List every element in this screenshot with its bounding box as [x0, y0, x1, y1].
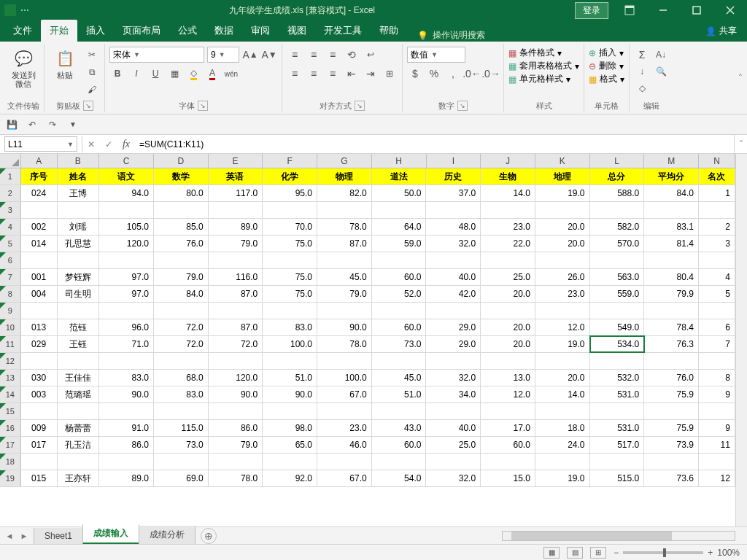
row-header[interactable]: 4: [0, 219, 21, 235]
bold-button[interactable]: B: [109, 66, 125, 82]
cell[interactable]: [535, 202, 590, 218]
italic-button[interactable]: I: [128, 66, 144, 82]
font-color-button[interactable]: A: [204, 66, 220, 82]
fill-color-button[interactable]: ◇: [185, 66, 201, 82]
cell[interactable]: [426, 202, 481, 218]
phonetic-button[interactable]: wén: [223, 66, 239, 82]
cell[interactable]: 12.0: [481, 386, 535, 402]
sheet-nav-next[interactable]: ►: [18, 529, 31, 542]
cell[interactable]: 20.0: [481, 319, 535, 335]
expand-formula-button[interactable]: ˅: [734, 135, 747, 154]
cell[interactable]: 平均分: [644, 168, 699, 184]
cell[interactable]: 7: [699, 336, 735, 352]
cell[interactable]: 40.0: [426, 420, 481, 436]
cell[interactable]: 91.0: [99, 420, 154, 436]
merge-button[interactable]: ⊞: [382, 66, 398, 82]
cell[interactable]: [99, 353, 154, 369]
cell[interactable]: 69.0: [154, 470, 209, 486]
cell[interactable]: 23.0: [535, 286, 590, 302]
cell[interactable]: 001: [21, 269, 58, 285]
row-header[interactable]: 6: [0, 252, 21, 268]
cell[interactable]: 3: [699, 236, 735, 252]
row-header[interactable]: 3: [0, 202, 21, 218]
tab-help[interactable]: 帮助: [371, 20, 407, 42]
cell[interactable]: [590, 353, 645, 369]
cell[interactable]: 17.0: [481, 420, 535, 436]
col-header[interactable]: I: [427, 154, 481, 168]
cell[interactable]: 531.0: [590, 386, 645, 402]
sheet-tab[interactable]: 成绩分析: [139, 526, 196, 545]
cell[interactable]: [154, 303, 209, 319]
cell[interactable]: 18.0: [535, 420, 590, 436]
row-header[interactable]: 8: [0, 286, 21, 302]
cell[interactable]: [154, 252, 209, 268]
cell[interactable]: 81.4: [644, 236, 699, 252]
tab-insert[interactable]: 插入: [77, 20, 114, 42]
cell[interactable]: 43.0: [372, 420, 427, 436]
cell[interactable]: 王亦轩: [58, 470, 100, 486]
tab-data[interactable]: 数据: [206, 20, 242, 42]
cell[interactable]: [317, 454, 372, 470]
cell[interactable]: [21, 202, 58, 218]
cell[interactable]: 89.0: [99, 470, 154, 486]
paste-button[interactable]: 📋粘贴: [49, 47, 81, 81]
cell[interactable]: [426, 454, 481, 470]
fx-button[interactable]: fx: [117, 136, 135, 152]
cell[interactable]: [209, 202, 263, 218]
cell[interactable]: [699, 353, 735, 369]
cell[interactable]: 100.0: [263, 336, 317, 352]
cell[interactable]: 75.9: [644, 420, 699, 436]
cell[interactable]: 11: [699, 437, 735, 453]
cell[interactable]: 78.0: [209, 470, 263, 486]
cell[interactable]: 76.3: [644, 336, 699, 352]
cell[interactable]: [317, 252, 372, 268]
cell[interactable]: [99, 403, 154, 419]
cell[interactable]: [535, 454, 590, 470]
cell[interactable]: [317, 303, 372, 319]
cell[interactable]: 117.0: [209, 185, 263, 201]
cell[interactable]: 60.0: [372, 437, 427, 453]
format-cells-button[interactable]: ▦格式▾: [589, 73, 624, 85]
cell[interactable]: 13.0: [481, 370, 535, 386]
sheet-tab[interactable]: Sheet1: [34, 528, 83, 545]
cell[interactable]: 20.0: [535, 370, 590, 386]
cell[interactable]: 64.0: [372, 219, 427, 235]
cell[interactable]: [426, 403, 481, 419]
cell[interactable]: [535, 403, 590, 419]
cell[interactable]: 96.0: [99, 319, 154, 335]
cell[interactable]: 84.0: [154, 286, 209, 302]
cell[interactable]: 87.0: [209, 286, 263, 302]
number-format-combo[interactable]: 数值▼: [407, 47, 465, 63]
cut-button[interactable]: ✂: [84, 47, 100, 63]
cell[interactable]: 570.0: [590, 236, 645, 252]
cell[interactable]: 014: [21, 236, 58, 252]
cell[interactable]: [99, 303, 154, 319]
cell[interactable]: 79.0: [317, 286, 372, 302]
cell[interactable]: [481, 303, 535, 319]
underline-button[interactable]: U: [147, 66, 163, 82]
cell[interactable]: [644, 454, 699, 470]
tab-dev[interactable]: 开发工具: [315, 20, 371, 42]
cell[interactable]: 60.0: [481, 437, 535, 453]
cell[interactable]: 60.0: [372, 319, 427, 335]
cell[interactable]: 90.0: [99, 386, 154, 402]
cell[interactable]: 009: [21, 420, 58, 436]
cell[interactable]: [699, 454, 735, 470]
cell[interactable]: 83.0: [154, 386, 209, 402]
cell[interactable]: 97.0: [99, 269, 154, 285]
cell[interactable]: 75.0: [263, 236, 317, 252]
align-center-button[interactable]: ≡: [306, 66, 322, 82]
cell[interactable]: 582.0: [590, 219, 645, 235]
cell[interactable]: [317, 202, 372, 218]
cell[interactable]: 历史: [426, 168, 481, 184]
cell[interactable]: 65.0: [263, 437, 317, 453]
cell[interactable]: [372, 353, 427, 369]
cell[interactable]: 60.0: [372, 269, 427, 285]
zoom-in-button[interactable]: +: [708, 548, 713, 558]
cell[interactable]: 559.0: [590, 286, 645, 302]
cell[interactable]: 73.9: [644, 437, 699, 453]
cell[interactable]: 87.0: [209, 319, 263, 335]
cell[interactable]: 生物: [481, 168, 535, 184]
col-header[interactable]: M: [644, 154, 699, 168]
cell[interactable]: [209, 353, 263, 369]
